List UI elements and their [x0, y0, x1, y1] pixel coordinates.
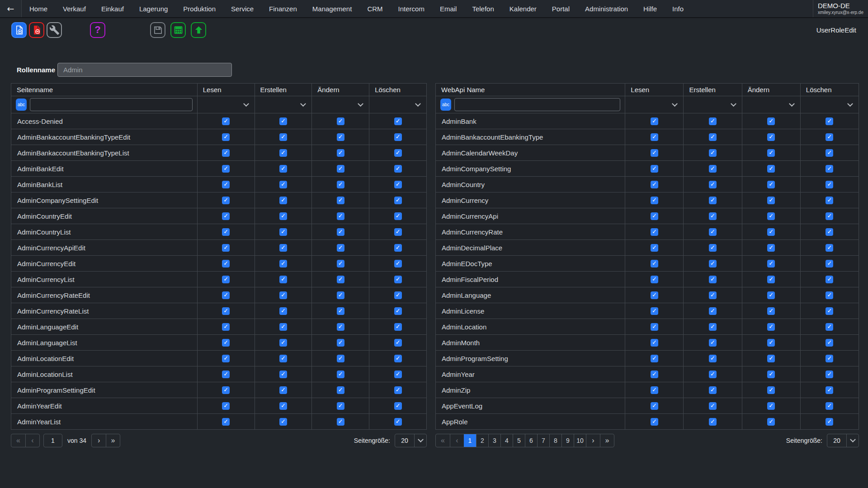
- checkbox-loeschen-checked[interactable]: [826, 386, 833, 394]
- checkbox-lesen-checked[interactable]: [222, 165, 230, 173]
- checkbox-loeschen-checked[interactable]: [394, 323, 402, 331]
- checkbox-aendern-checked[interactable]: [337, 339, 344, 347]
- checkbox-loeschen-checked[interactable]: [394, 133, 402, 141]
- nav-item-info[interactable]: Info: [665, 0, 691, 17]
- checkbox-aendern-checked[interactable]: [337, 149, 344, 157]
- checkbox-erstellen-checked[interactable]: [279, 228, 287, 236]
- page-button-5[interactable]: 5: [513, 434, 525, 447]
- checkbox-aendern-checked[interactable]: [337, 260, 344, 267]
- checkbox-loeschen-checked[interactable]: [826, 276, 833, 283]
- nav-item-kalender[interactable]: Kalender: [502, 0, 544, 17]
- page-button-6[interactable]: 6: [525, 434, 537, 447]
- checkbox-aendern-checked[interactable]: [337, 291, 344, 299]
- prev-page-button[interactable]: ‹: [25, 434, 39, 447]
- checkbox-loeschen-checked[interactable]: [826, 355, 833, 362]
- checkbox-erstellen-checked[interactable]: [709, 418, 717, 426]
- column-header-loeschen[interactable]: Löschen: [369, 84, 427, 96]
- checkbox-aendern-checked[interactable]: [337, 117, 344, 125]
- checkbox-erstellen-checked[interactable]: [279, 212, 287, 220]
- checkbox-aendern-checked[interactable]: [337, 386, 344, 394]
- column-header-erstellen[interactable]: Erstellen: [684, 84, 742, 96]
- next-page-button[interactable]: ›: [586, 434, 600, 447]
- checkbox-lesen-checked[interactable]: [651, 181, 658, 188]
- checkbox-aendern-checked[interactable]: [767, 117, 775, 125]
- checkbox-erstellen-checked[interactable]: [279, 418, 287, 426]
- current-page-input[interactable]: 1: [43, 434, 62, 447]
- checkbox-lesen-checked[interactable]: [651, 291, 658, 299]
- checkbox-erstellen-checked[interactable]: [709, 276, 717, 283]
- checkbox-lesen-checked[interactable]: [222, 339, 230, 347]
- checkbox-loeschen-checked[interactable]: [394, 276, 402, 283]
- checkbox-erstellen-checked[interactable]: [709, 402, 717, 410]
- checkbox-aendern-checked[interactable]: [767, 212, 775, 220]
- checkbox-aendern-checked[interactable]: [337, 228, 344, 236]
- name-filter-input[interactable]: [30, 98, 193, 111]
- name-filter-input[interactable]: [454, 98, 620, 111]
- checkbox-erstellen-checked[interactable]: [279, 371, 287, 378]
- select-chevron-icon[interactable]: [414, 434, 426, 447]
- nav-item-telefon[interactable]: Telefon: [464, 0, 501, 17]
- checkbox-erstellen-checked[interactable]: [709, 323, 717, 331]
- nav-item-service[interactable]: Service: [223, 0, 261, 17]
- add-document-button[interactable]: [11, 22, 27, 38]
- checkbox-lesen-checked[interactable]: [222, 133, 230, 141]
- checkbox-aendern-checked[interactable]: [767, 181, 775, 188]
- table-grid-button[interactable]: [170, 22, 186, 38]
- checkbox-aendern-checked[interactable]: [337, 212, 344, 220]
- checkbox-lesen-checked[interactable]: [222, 117, 230, 125]
- checkbox-lesen-checked[interactable]: [651, 197, 658, 204]
- account-box[interactable]: DEMO-DE xmiley.xyrux@x-erp.de: [813, 0, 868, 17]
- checkbox-erstellen-checked[interactable]: [709, 386, 717, 394]
- nav-item-produktion[interactable]: Produktion: [175, 0, 223, 17]
- checkbox-erstellen-checked[interactable]: [709, 117, 717, 125]
- filter-dropdown-chevron-icon[interactable]: [789, 101, 795, 107]
- checkbox-aendern-checked[interactable]: [767, 149, 775, 157]
- nav-item-verkauf[interactable]: Verkauf: [55, 0, 94, 17]
- checkbox-aendern-checked[interactable]: [767, 197, 775, 204]
- checkbox-lesen-checked[interactable]: [222, 260, 230, 267]
- checkbox-lesen-checked[interactable]: [651, 355, 658, 362]
- nav-item-administration[interactable]: Administration: [577, 0, 636, 17]
- nav-item-hilfe[interactable]: Hilfe: [636, 0, 665, 17]
- prev-page-button[interactable]: ‹: [450, 434, 464, 447]
- checkbox-erstellen-checked[interactable]: [279, 291, 287, 299]
- checkbox-lesen-checked[interactable]: [651, 323, 658, 331]
- checkbox-lesen-checked[interactable]: [651, 149, 658, 157]
- nav-item-crm[interactable]: CRM: [359, 0, 390, 17]
- checkbox-erstellen-checked[interactable]: [709, 260, 717, 267]
- nav-item-home[interactable]: Home: [22, 0, 55, 17]
- checkbox-aendern-checked[interactable]: [337, 276, 344, 283]
- first-page-button[interactable]: «: [11, 434, 25, 447]
- nav-item-finanzen[interactable]: Finanzen: [261, 0, 305, 17]
- upload-button[interactable]: [191, 22, 206, 38]
- checkbox-aendern-checked[interactable]: [767, 323, 775, 331]
- checkbox-aendern-checked[interactable]: [337, 371, 344, 378]
- checkbox-aendern-checked[interactable]: [337, 307, 344, 315]
- checkbox-lesen-checked[interactable]: [222, 355, 230, 362]
- page-button-1[interactable]: 1: [464, 434, 476, 447]
- checkbox-lesen-checked[interactable]: [651, 307, 658, 315]
- checkbox-lesen-checked[interactable]: [651, 371, 658, 378]
- checkbox-erstellen-checked[interactable]: [709, 291, 717, 299]
- checkbox-loeschen-checked[interactable]: [826, 133, 833, 141]
- filter-dropdown-chevron-icon[interactable]: [243, 101, 249, 107]
- checkbox-erstellen-checked[interactable]: [709, 339, 717, 347]
- checkbox-lesen-checked[interactable]: [651, 386, 658, 394]
- save-button[interactable]: [150, 22, 165, 38]
- filter-dropdown-chevron-icon[interactable]: [847, 101, 853, 107]
- last-page-button[interactable]: »: [106, 434, 120, 447]
- checkbox-lesen-checked[interactable]: [651, 228, 658, 236]
- checkbox-loeschen-checked[interactable]: [826, 197, 833, 204]
- column-header-loeschen[interactable]: Löschen: [800, 84, 859, 96]
- page-button-8[interactable]: 8: [549, 434, 561, 447]
- checkbox-lesen-checked[interactable]: [222, 228, 230, 236]
- checkbox-loeschen-checked[interactable]: [826, 339, 833, 347]
- checkbox-loeschen-checked[interactable]: [394, 339, 402, 347]
- checkbox-aendern-checked[interactable]: [767, 291, 775, 299]
- page-button-9[interactable]: 9: [561, 434, 574, 447]
- checkbox-loeschen-checked[interactable]: [394, 418, 402, 426]
- checkbox-erstellen-checked[interactable]: [279, 197, 287, 204]
- checkbox-lesen-checked[interactable]: [651, 244, 658, 252]
- checkbox-loeschen-checked[interactable]: [394, 307, 402, 315]
- checkbox-lesen-checked[interactable]: [222, 418, 230, 426]
